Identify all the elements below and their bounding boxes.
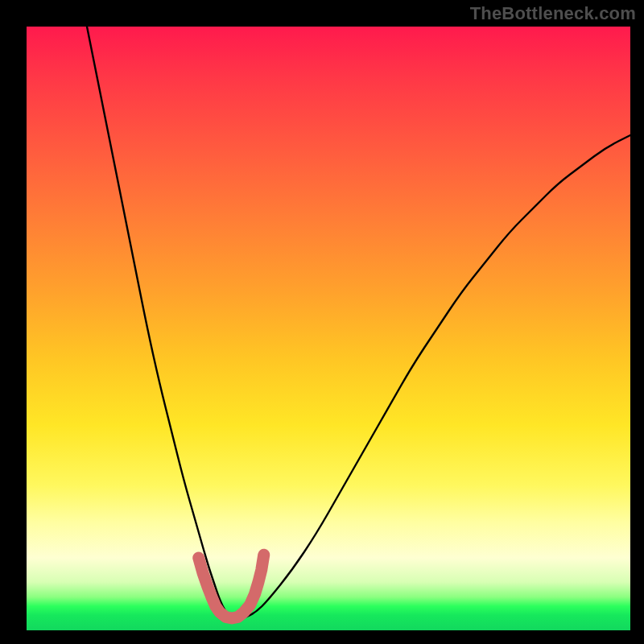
curve-overlay: [27, 27, 630, 630]
watermark-label: TheBottleneck.com: [470, 3, 636, 24]
plot-area: [27, 27, 630, 630]
main-curve-path: [87, 27, 630, 618]
chart-frame: TheBottleneck.com: [0, 0, 644, 644]
